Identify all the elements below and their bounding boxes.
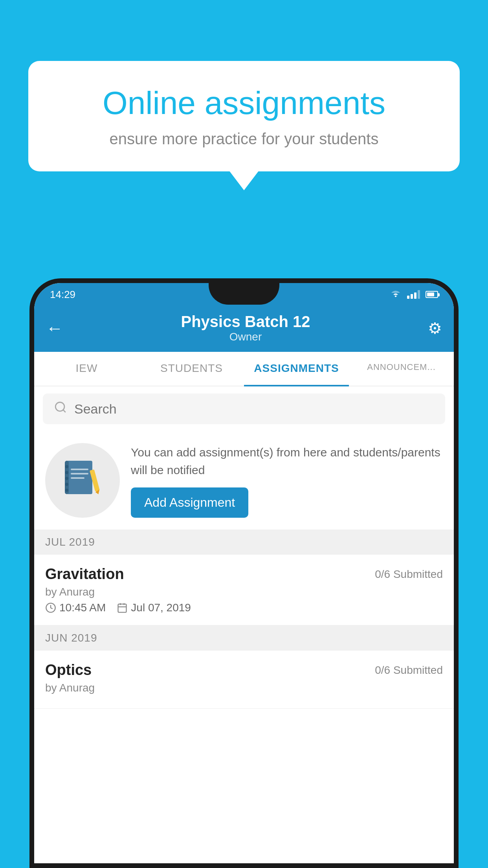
clock-icon: [45, 602, 56, 613]
wifi-icon: [390, 290, 402, 299]
section-header-jun: JUN 2019: [34, 625, 454, 651]
notebook-icon: [63, 459, 102, 502]
tab-iew[interactable]: IEW: [34, 352, 139, 386]
svg-point-7: [65, 465, 68, 468]
add-assignment-button[interactable]: Add Assignment: [131, 487, 248, 518]
assignment-item-gravitation[interactable]: Gravitation 0/6 Submitted by Anurag 10:4…: [34, 555, 454, 625]
svg-rect-16: [118, 604, 127, 612]
phone-screen: 14:29: [34, 283, 454, 863]
battery-icon: [426, 291, 438, 298]
svg-point-11: [65, 489, 68, 492]
back-button[interactable]: ←: [46, 318, 63, 338]
promo-text-area: You can add assignment(s) from here and …: [131, 443, 443, 518]
tab-students[interactable]: STUDENTS: [139, 352, 244, 386]
batch-subtitle: Owner: [181, 331, 310, 343]
search-bar: [34, 386, 454, 431]
speech-bubble-heading: Online assignments: [56, 85, 432, 121]
promo-icon: [45, 443, 120, 518]
svg-rect-3: [71, 469, 88, 470]
section-header-jul: JUL 2019: [34, 530, 454, 555]
tab-assignments[interactable]: ASSIGNMENTS: [244, 352, 349, 386]
search-input[interactable]: [74, 401, 434, 417]
assignment-date: Jul 07, 2019: [117, 601, 191, 614]
search-icon: [54, 401, 67, 417]
speech-bubble-container: Online assignments ensure more practice …: [28, 61, 460, 171]
svg-point-8: [65, 471, 68, 474]
search-input-wrapper[interactable]: [43, 394, 445, 424]
speech-bubble: Online assignments ensure more practice …: [28, 61, 460, 171]
assignment-time: 10:45 AM: [45, 601, 106, 614]
top-bar: ← Physics Batch 12 Owner ⚙: [34, 306, 454, 352]
optics-by: by Anurag: [45, 682, 443, 694]
svg-line-1: [63, 410, 66, 412]
optics-submitted: 0/6 Submitted: [375, 664, 443, 677]
svg-point-10: [65, 483, 68, 486]
status-time: 14:29: [50, 289, 75, 301]
phone-frame: 14:29: [29, 278, 459, 868]
assignment-row1: Gravitation 0/6 Submitted: [45, 566, 443, 583]
assignment-by: by Anurag: [45, 586, 443, 598]
svg-rect-4: [71, 473, 88, 474]
assignment-submitted: 0/6 Submitted: [375, 568, 443, 581]
svg-point-0: [55, 402, 64, 411]
tabs-bar: IEW STUDENTS ASSIGNMENTS ANNOUNCEM...: [34, 352, 454, 386]
svg-point-9: [65, 477, 68, 480]
assignment-name: Gravitation: [45, 566, 124, 583]
phone-notch: [209, 283, 279, 305]
promo-text: You can add assignment(s) from here and …: [131, 443, 443, 479]
batch-title: Physics Batch 12: [181, 313, 310, 331]
optics-row1: Optics 0/6 Submitted: [45, 662, 443, 679]
svg-rect-5: [71, 477, 84, 479]
calendar-icon: [117, 602, 128, 613]
status-icons: [390, 290, 438, 299]
assignment-item-optics[interactable]: Optics 0/6 Submitted by Anurag: [34, 651, 454, 709]
assignment-meta: 10:45 AM Jul 07, 2019: [45, 601, 443, 614]
signal-icon: [407, 290, 420, 299]
speech-bubble-subtext: ensure more practice for your students: [56, 130, 432, 148]
assignment-promo: You can add assignment(s) from here and …: [34, 431, 454, 530]
tab-announcements[interactable]: ANNOUNCEM...: [349, 352, 454, 386]
settings-button[interactable]: ⚙: [428, 319, 442, 337]
title-area: Physics Batch 12 Owner: [181, 313, 310, 343]
optics-name: Optics: [45, 662, 92, 679]
